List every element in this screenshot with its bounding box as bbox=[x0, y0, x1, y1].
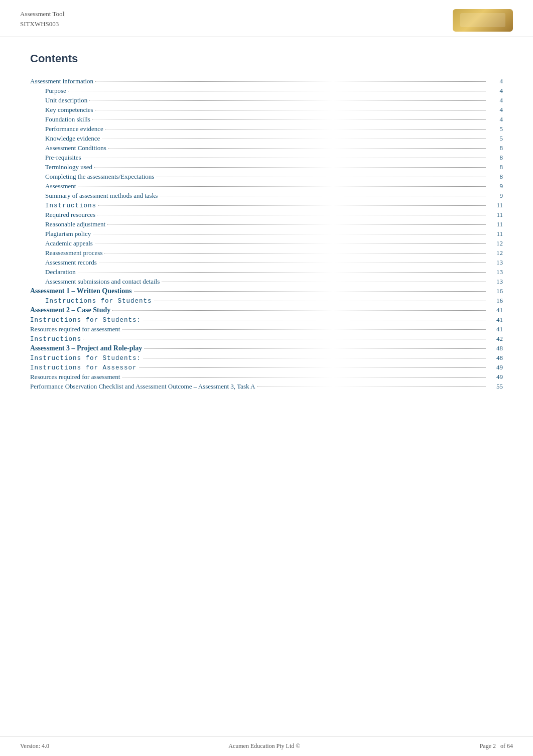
company-logo bbox=[453, 9, 513, 32]
toc-row: Summary of assessment methods and tasks9 bbox=[30, 192, 503, 200]
toc-row: Foundation skills4 bbox=[30, 115, 503, 123]
toc-dots bbox=[104, 253, 486, 254]
toc-label: Assessment submissions and contact detai… bbox=[45, 278, 160, 286]
toc-label: Terminology used bbox=[45, 163, 92, 171]
toc-row: Key competencies4 bbox=[30, 106, 503, 114]
toc-page: 48 bbox=[488, 354, 503, 362]
toc-dots bbox=[89, 100, 486, 101]
toc-label: Assessment Conditions bbox=[45, 144, 106, 152]
toc-dots bbox=[144, 348, 486, 349]
toc-label: Reassessment process bbox=[45, 249, 102, 257]
toc-label: Knowledge evidence bbox=[45, 135, 100, 143]
toc-dots bbox=[95, 81, 486, 82]
main-content: Contents Assessment information4Purpose4… bbox=[0, 37, 533, 422]
toc-page: 4 bbox=[488, 115, 503, 123]
header-line2: SITXWHS003 bbox=[20, 19, 66, 29]
toc-row: Resources required for assessment41 bbox=[30, 325, 503, 333]
toc-row: Reasonable adjustment11 bbox=[30, 220, 503, 228]
toc-dots bbox=[95, 110, 486, 110]
toc-label: Required resources bbox=[45, 211, 95, 219]
toc-page: 16 bbox=[488, 287, 503, 295]
toc-page: 49 bbox=[488, 363, 503, 371]
toc-label: Academic appeals bbox=[45, 239, 93, 247]
toc-page: 12 bbox=[488, 249, 503, 257]
toc-page: 11 bbox=[488, 230, 503, 238]
toc-page: 4 bbox=[488, 87, 503, 95]
toc-dots bbox=[134, 291, 486, 292]
toc-row: Instructions11 bbox=[30, 201, 503, 209]
toc-page: 42 bbox=[488, 335, 503, 343]
toc-row: Unit description4 bbox=[30, 96, 503, 104]
toc-label: Assessment 1 – Written Questions bbox=[30, 287, 132, 295]
toc-label: Assessment 2 – Case Study bbox=[30, 306, 110, 314]
toc-label: Instructions for Assessor bbox=[30, 364, 137, 371]
toc-page: 5 bbox=[488, 125, 503, 133]
toc-row: Resources required for assessment49 bbox=[30, 373, 503, 381]
toc-label: Unit description bbox=[45, 96, 87, 104]
toc-dots bbox=[257, 387, 486, 387]
toc-dots bbox=[108, 148, 486, 149]
toc-page: 49 bbox=[488, 373, 503, 381]
toc-row: Assessment 1 – Written Questions16 bbox=[30, 287, 503, 295]
toc-row: Assessment Conditions8 bbox=[30, 144, 503, 152]
page-header: Assessment Tool| SITXWHS003 bbox=[0, 0, 533, 37]
toc-label: Reasonable adjustment bbox=[45, 220, 105, 228]
toc-dots bbox=[98, 205, 486, 206]
toc-dots bbox=[112, 310, 486, 311]
toc-dots bbox=[83, 339, 486, 339]
toc-dots bbox=[95, 243, 486, 244]
toc-row: Terminology used8 bbox=[30, 163, 503, 171]
toc-label: Instructions for Students: bbox=[30, 355, 141, 362]
toc-page: 5 bbox=[488, 135, 503, 143]
toc-row: Completing the assessments/Expectations8 bbox=[30, 173, 503, 181]
toc-row: Assessment submissions and contact detai… bbox=[30, 278, 503, 286]
toc-label: Performance evidence bbox=[45, 125, 103, 133]
toc-page: 48 bbox=[488, 344, 503, 352]
toc-page: 12 bbox=[488, 239, 503, 247]
toc-label: Summary of assessment methods and tasks bbox=[45, 192, 158, 200]
toc-label: Instructions for Students: bbox=[30, 317, 141, 324]
toc-row: Required resources11 bbox=[30, 211, 503, 219]
footer-page: Page 2 of 64 bbox=[480, 742, 513, 750]
toc-dots bbox=[154, 301, 486, 301]
toc-row: Declaration13 bbox=[30, 268, 503, 276]
toc-label: Instructions bbox=[45, 202, 96, 209]
toc-row: Instructions for Assessor49 bbox=[30, 363, 503, 371]
toc-row: Academic appeals12 bbox=[30, 239, 503, 247]
toc-page: 41 bbox=[488, 306, 503, 314]
toc-page: 11 bbox=[488, 201, 503, 209]
toc-row: Plagiarism policy11 bbox=[30, 230, 503, 238]
header-text: Assessment Tool| SITXWHS003 bbox=[20, 9, 66, 29]
contents-heading: Contents bbox=[30, 52, 503, 65]
toc-row: Instructions42 bbox=[30, 335, 503, 343]
toc-page: 9 bbox=[488, 192, 503, 200]
toc-row: Assessment information4 bbox=[30, 77, 503, 85]
toc-label: Instructions for Students bbox=[45, 298, 152, 305]
footer-page-prefix: Page 2 bbox=[480, 742, 496, 749]
footer-company-name: Acumen Education Pty Ltd © bbox=[228, 742, 300, 750]
toc-label: Assessment bbox=[45, 182, 76, 190]
toc-page: 11 bbox=[488, 211, 503, 219]
footer-company: Acumen Education Pty Ltd © bbox=[228, 742, 300, 750]
toc-dots bbox=[78, 272, 486, 273]
footer-page-suffix: of 64 bbox=[500, 742, 513, 749]
toc-row: Knowledge evidence5 bbox=[30, 135, 503, 143]
toc-dots bbox=[99, 263, 486, 263]
toc-page: 55 bbox=[488, 383, 503, 391]
toc-label: Plagiarism policy bbox=[45, 230, 91, 238]
toc-dots bbox=[156, 177, 486, 177]
header-line1: Assessment Tool| bbox=[20, 9, 66, 19]
toc-page: 9 bbox=[488, 182, 503, 190]
toc-row: Performance Observation Checklist and As… bbox=[30, 383, 503, 391]
toc-dots bbox=[97, 215, 486, 215]
toc-dots bbox=[143, 358, 486, 358]
toc-page: 16 bbox=[488, 297, 503, 305]
toc-page: 8 bbox=[488, 144, 503, 152]
toc-page: 13 bbox=[488, 278, 503, 286]
toc-page: 41 bbox=[488, 325, 503, 333]
toc-page: 8 bbox=[488, 173, 503, 181]
toc-dots bbox=[94, 167, 486, 168]
footer-version: Version: 4.0 bbox=[20, 742, 49, 750]
toc-dots bbox=[122, 329, 486, 330]
toc-label: Assessment information bbox=[30, 77, 93, 85]
